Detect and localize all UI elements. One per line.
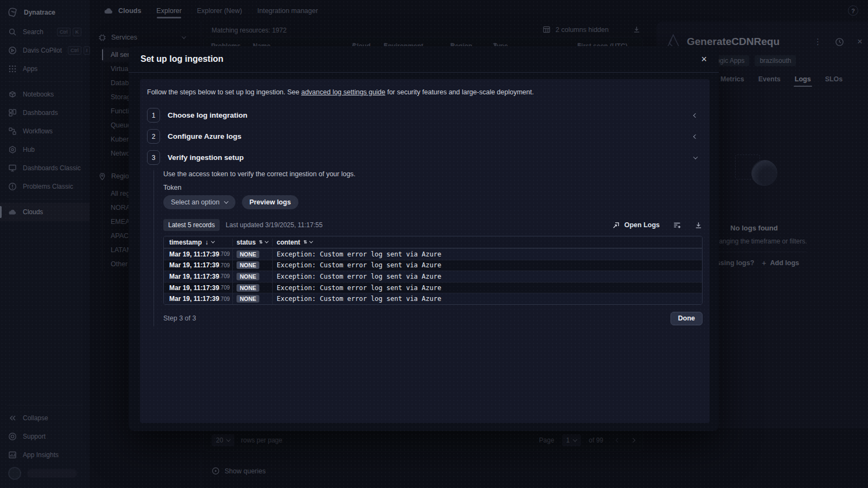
chevron-down-icon [265,240,269,243]
log-timestamp: Mar 19, 11:17:39 [169,295,219,303]
col-header-content[interactable]: content ⇅ [273,239,702,246]
log-table-header-row: timestamp ↓ status ⇅ content ⇅ [164,236,702,248]
status-badge: NONE [237,295,259,303]
log-table-body: Mar 19, 11:17:39.709 NONE Exception: Cus… [164,248,702,304]
log-table-row[interactable]: Mar 19, 11:17:39.709 NONE Exception: Cus… [164,248,702,260]
chevron-left-icon[interactable] [693,134,698,138]
token-select[interactable]: Select an option [163,195,235,209]
log-timestamp: Mar 19, 11:17:39 [169,261,219,269]
log-timestamp: Mar 19, 11:17:39 [169,284,219,292]
log-content: Exception: Custom error log sent via Azu… [273,295,702,303]
log-content: Exception: Custom error log sent via Azu… [273,284,702,292]
open-in-new-icon [612,221,620,229]
log-timestamp: Mar 19, 11:17:39 [169,251,219,258]
open-logs-button[interactable]: Open Logs [612,221,660,229]
log-content: Exception: Custom error log sent via Azu… [273,261,702,269]
status-badge: NONE [237,284,259,292]
step-1-row[interactable]: 1 Choose log integration [147,105,703,126]
modal-footer: Step 3 of 3 Done [163,312,703,325]
log-content: Exception: Custom error log sent via Azu… [273,251,702,258]
log-table-row[interactable]: Mar 19, 11:17:39.709 NONE Exception: Cus… [164,282,702,293]
step-3-row[interactable]: 3 Verify ingestion setup [147,147,703,168]
status-badge: NONE [237,273,259,280]
status-badge: NONE [237,251,259,258]
chevron-left-icon[interactable] [693,113,698,117]
log-content: Exception: Custom error log sent via Azu… [273,273,702,280]
log-timestamp: Mar 19, 11:17:39 [169,273,219,280]
token-label: Token [163,184,703,191]
step-progress-label: Step 3 of 3 [163,314,196,322]
modal-body: Follow the steps below to set up log ing… [140,79,710,423]
verify-description: Use the access token to verify the corre… [163,170,703,178]
close-modal-icon[interactable]: × [701,54,707,64]
modal-header: Set up log ingestion × [129,46,719,73]
log-table-row[interactable]: Mar 19, 11:17:39.709 NONE Exception: Cus… [164,271,702,282]
step-2-number: 2 [147,129,160,144]
log-table-toolbar: Latest 5 records Last updated 3/19/2025,… [163,219,703,231]
modal-intro-text: Follow the steps below to set up log ing… [147,88,703,96]
log-preview-table: timestamp ↓ status ⇅ content ⇅ [163,236,703,305]
log-ingestion-modal: Set up log ingestion × Follow the steps … [129,46,719,431]
preview-logs-button[interactable]: Preview logs [242,195,298,209]
step-2-row[interactable]: 2 Configure Azure logs [147,126,703,147]
app-root: Dynatrace Search Ctrl K Davis CoPilot Ct… [0,0,868,488]
col-header-timestamp[interactable]: timestamp ↓ [164,239,233,246]
chevron-down-icon [224,199,228,203]
last-updated-label: Last updated 3/19/2025, 11:17:55 [226,221,323,229]
download-icon[interactable] [694,221,703,229]
chevron-down-icon [309,240,313,243]
log-table-row[interactable]: Mar 19, 11:17:39.709 NONE Exception: Cus… [164,293,702,304]
chevron-down-icon[interactable] [693,155,698,159]
chevron-down-icon [211,240,215,243]
modal-title: Set up log ingestion [141,54,224,64]
col-header-status[interactable]: status ⇅ [233,239,273,246]
log-table-row[interactable]: Mar 19, 11:17:39.709 NONE Exception: Cus… [164,260,702,271]
step-3-content: Use the access token to verify the corre… [154,170,703,326]
step-3-number: 3 [147,150,160,165]
format-columns-icon[interactable] [673,221,681,229]
advanced-settings-link[interactable]: advanced log settings guide [301,88,385,96]
step-1-number: 1 [147,108,160,123]
status-badge: NONE [237,261,259,269]
latest-records-chip: Latest 5 records [163,219,220,231]
done-button[interactable]: Done [671,312,703,325]
